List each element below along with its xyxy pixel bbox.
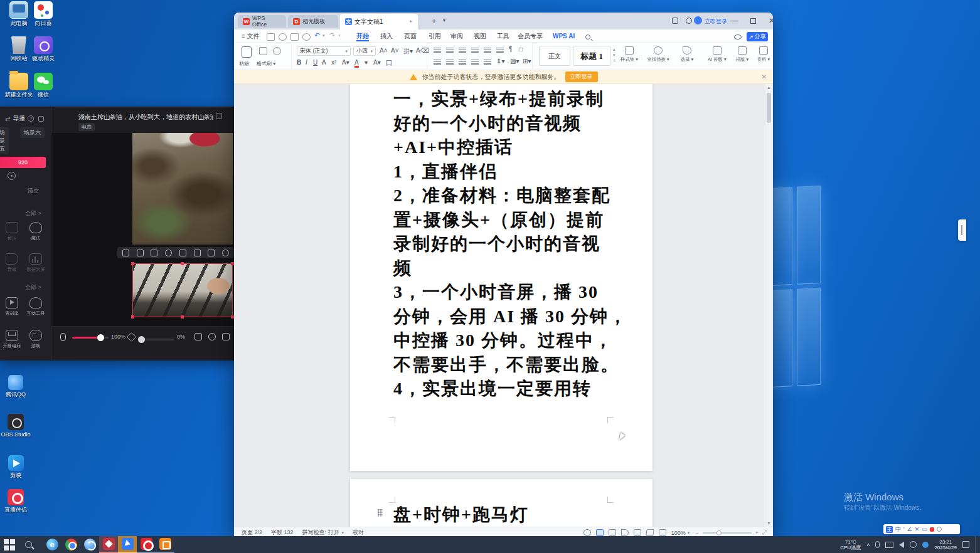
music-volume-slider[interactable] [139,339,174,340]
view-read-icon[interactable] [621,529,629,536]
desktop-icon-live-companion[interactable]: 直播伴侣 [0,489,34,514]
fit-page-icon[interactable]: ⤢ [762,529,767,536]
taskbar-search-button[interactable] [19,536,38,553]
numbering-icon[interactable] [446,48,454,53]
show-marks-icon[interactable]: ¶ [509,46,512,53]
taskbar-browser[interactable] [80,536,99,553]
fullscreen-view-icon[interactable] [659,529,666,536]
tray-display-icon[interactable] [885,542,893,548]
taskbar-live-companion[interactable] [118,536,137,553]
align-center-icon[interactable] [446,60,454,65]
crop-icon[interactable] [179,250,186,256]
desktop-icon-obs[interactable]: OBS Studio [0,414,34,438]
edit-title-icon[interactable] [216,113,222,119]
popout-icon[interactable] [38,116,44,122]
scrollbar-thumb[interactable] [767,93,771,123]
close-button[interactable]: ✕ [762,13,781,29]
zoom-caret[interactable]: ▾ [688,530,690,535]
tab-list-caret[interactable]: ▾ [443,18,445,23]
ime-keyboard-icon[interactable]: ▭ [922,526,927,533]
notification-center-icon[interactable] [962,541,969,548]
shading-icon[interactable]: ▨▾ [510,58,519,65]
scene-tab-5[interactable]: 场景五 [0,127,9,154]
paste-icon[interactable] [242,46,252,58]
save-icon[interactable] [267,33,275,41]
spellcheck-caret[interactable]: ▾ [342,530,344,535]
eye-protect-icon[interactable] [734,34,742,40]
maximize-button[interactable] [743,13,762,29]
tab-document[interactable]: 文 文字文稿1 ✦ [340,14,418,29]
tool-styleset[interactable]: 样式集 ▾ [615,46,643,63]
char-shading-icon[interactable]: A▾ [373,59,381,66]
menu-home[interactable]: 开始 [356,31,369,41]
scroll-up-icon[interactable]: ▲ [767,85,771,90]
show-desktop-button[interactable] [975,536,977,553]
justify-icon[interactable] [471,60,479,65]
taskbar-clock[interactable]: 23:21 2025/4/29 [934,539,957,550]
tool-interactive[interactable]: 互动工具 [24,297,48,316]
ime-punct-icon[interactable]: ' [903,526,905,533]
paragraph-drag-handle[interactable] [378,509,383,517]
flip-horizontal-icon[interactable] [165,250,172,256]
microphone-icon[interactable] [60,333,66,341]
resize-handle[interactable] [131,315,134,319]
view-web-icon[interactable] [634,529,641,536]
login-now-button[interactable]: 立即登录 [565,71,598,82]
tab-wps-home[interactable]: W WPS Office [238,15,286,28]
speaker-muted-icon[interactable] [127,332,137,342]
tray-volume-icon[interactable] [899,542,904,548]
bold-icon[interactable]: B [297,59,301,66]
ime-logo-icon[interactable]: 王 [886,526,893,533]
view-outline-icon[interactable] [609,529,616,536]
tray-bluetooth-icon[interactable] [922,542,929,548]
swap-icon[interactable]: ⇄ [5,115,10,122]
align-left-icon[interactable] [434,60,441,65]
camera-toggle-icon[interactable] [194,333,202,340]
menu-file[interactable]: ≡ 文件 [242,31,260,41]
frame-icon[interactable]: □ [519,46,523,53]
underline-icon[interactable]: U [313,59,317,66]
tool-magic[interactable]: 魔法 [24,222,48,241]
sort-icon[interactable] [496,48,504,53]
grid-view-icon[interactable] [137,250,144,256]
share-button[interactable]: ↗分享 [747,32,768,41]
menu-page[interactable]: 页面 [404,31,417,41]
tool-select[interactable]: 选择 ▾ [673,46,701,63]
document-area[interactable]: 一，实景+绿布+提前录制 好的一个小时的音视频 +AI+中控插话 1，直播伴侣 … [234,84,773,527]
ime-toolbar[interactable]: 王 中 ' ∠ ✕ ▭ [883,524,960,534]
video-preview-camera[interactable] [132,263,233,317]
avatar[interactable] [694,16,702,24]
resize-handle[interactable] [181,262,184,265]
login-link[interactable]: 立即登录 [705,18,727,26]
menu-tools[interactable]: 工具 [497,31,509,41]
resize-handle[interactable] [181,315,184,319]
undo-caret[interactable]: ▾ [322,33,325,38]
search-icon[interactable] [585,34,590,40]
page-1[interactable]: 一，实景+绿布+提前录制 好的一个小时的音视频 +AI+中控插话 1，直播伴侣 … [350,84,652,471]
edit-mode-icon[interactable] [646,529,654,536]
section-more-2[interactable]: 全部 > [25,283,41,292]
start-button[interactable] [0,536,19,553]
desktop-icon-sunflower[interactable]: 向日葵 [25,1,61,27]
paste-label[interactable]: 粘贴 [239,60,249,67]
style-heading1[interactable]: 标题 1 [573,46,610,66]
vertical-scrollbar[interactable]: ▲ ▼ [765,84,772,527]
cut-icon[interactable] [273,47,281,55]
cpu-temp-widget[interactable]: 71°C CPU温度 [840,539,861,550]
font-name-select[interactable]: 宋体 (正文)▾ [297,46,351,56]
copy-icon[interactable] [259,47,267,55]
zoom-out-button[interactable]: − [695,530,698,536]
tab-docer[interactable]: D 稻壳模板 [288,15,338,28]
scene-tab-6[interactable]: 场景六 [20,127,45,138]
ime-mode-icon[interactable]: 中 [895,526,901,533]
zoom-value[interactable]: 100% [671,530,686,536]
highlight-icon[interactable]: A▾ [342,59,349,66]
new-tab-button[interactable]: + [432,16,437,26]
view-page-icon[interactable] [596,529,604,536]
font-size-select[interactable]: 小四▾ [353,46,376,56]
taskbar-red-app[interactable] [99,536,118,553]
download-icon[interactable] [208,250,215,256]
record-icon[interactable] [208,333,216,340]
notice-close-icon[interactable]: ✕ [762,73,767,80]
live-status-banner[interactable]: 920 [0,157,46,168]
